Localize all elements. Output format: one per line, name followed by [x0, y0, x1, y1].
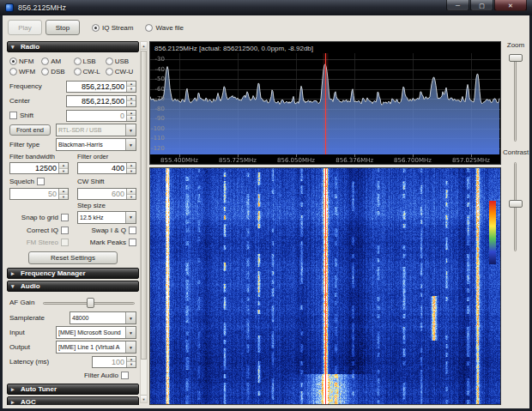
squelch-input[interactable]: 50 — [9, 188, 69, 200]
chevron-down-icon[interactable] — [125, 139, 136, 150]
mode-usb[interactable]: USB — [106, 57, 137, 65]
front-end-button[interactable]: Front end — [9, 124, 51, 136]
af-gain-slider[interactable] — [41, 296, 136, 310]
auto-tuner-panel-header[interactable]: Auto Tuner — [7, 384, 139, 395]
control-sidebar: Radio NFM AM LSB USB WFM DSB CW-L CW-U F… — [7, 41, 139, 405]
scrollbar-thumb[interactable] — [141, 51, 147, 360]
radio-dot-icon — [41, 57, 49, 65]
spinner-down-icon[interactable] — [127, 101, 136, 106]
spinner-down-icon[interactable] — [127, 169, 136, 174]
window-title: 856.2125MHz — [18, 3, 66, 12]
wave-file-radio[interactable]: Wave file — [145, 24, 184, 32]
frequency-manager-title: Frequency Manager — [21, 269, 86, 277]
shift-checkbox[interactable] — [9, 112, 17, 119]
contrast-label: Contrast — [503, 148, 529, 158]
minimize-icon: ─ — [456, 3, 460, 9]
chevron-down-icon[interactable] — [125, 312, 136, 323]
spectrum-display[interactable]: 856.2125MHz [actual: 856212500, 0.0ppm, … — [149, 41, 501, 165]
mode-cwu[interactable]: CW-U — [106, 68, 137, 76]
zoom-slider[interactable] — [503, 52, 529, 143]
contrast-slider[interactable] — [503, 160, 529, 253]
stop-button[interactable]: Stop — [45, 20, 80, 35]
mode-nfm[interactable]: NFM — [9, 57, 41, 65]
snap-to-grid-checkbox[interactable] — [61, 214, 69, 221]
mode-wfm[interactable]: WFM — [9, 68, 41, 76]
radio-dot-icon — [74, 57, 82, 65]
spectrum-header-text: 856.2125MHz [actual: 856212500, 0.0ppm, … — [150, 42, 500, 53]
audio-panel-header[interactable]: Audio — [7, 281, 139, 292]
titlebar[interactable]: 856.2125MHz ─ ▢ ✕ — [0, 0, 532, 15]
spinner-down-icon[interactable] — [127, 116, 136, 121]
maximize-button[interactable]: ▢ — [470, 0, 493, 11]
radio-dot-icon — [9, 68, 17, 76]
radio-dot-icon — [106, 68, 113, 76]
filter-type-label: Filter type — [9, 141, 39, 148]
spinner-down-icon[interactable] — [127, 362, 136, 367]
mode-dsb[interactable]: DSB — [41, 68, 73, 76]
audio-output-label: Output — [9, 343, 30, 351]
scroll-down-icon[interactable] — [141, 395, 147, 402]
mode-am[interactable]: AM — [41, 57, 73, 65]
display-controls: Zoom Contrast — [503, 41, 529, 405]
shift-input[interactable]: 0 — [66, 110, 136, 122]
center-label: Center — [9, 97, 30, 105]
af-gain-slider-thumb[interactable] — [87, 298, 94, 308]
samplerate-select[interactable]: 48000 — [70, 311, 136, 324]
reset-settings-button[interactable]: Reset Settings — [28, 251, 118, 264]
spinner-down-icon[interactable] — [59, 169, 68, 174]
filter-bandwidth-input[interactable]: 12500 — [9, 162, 69, 174]
chevron-down-icon[interactable] — [125, 341, 136, 353]
contrast-slider-thumb[interactable] — [509, 200, 523, 208]
radio-panel-header[interactable]: Radio — [7, 41, 139, 52]
latency-label: Latency (ms) — [9, 358, 49, 366]
cw-shift-input[interactable]: 600 — [77, 188, 136, 200]
swap-iq-label: Swap I & Q — [92, 227, 126, 234]
sidebar-scrollbar[interactable] — [140, 41, 148, 403]
audio-input-select[interactable]: [MME] Microsoft Sound — [56, 326, 136, 339]
chevron-down-icon[interactable] — [125, 212, 136, 223]
toolbar: Play Stop IQ Stream Wave file — [8, 19, 184, 36]
minimize-button[interactable]: ─ — [446, 0, 469, 11]
squelch-checkbox[interactable] — [37, 178, 45, 185]
audio-output-select[interactable]: [MME] Line 1 (Virtual A — [56, 341, 136, 354]
scroll-up-icon[interactable] — [141, 42, 147, 50]
app-icon — [5, 3, 14, 12]
filter-type-select[interactable]: Blackman-Harris — [56, 138, 136, 151]
mark-peaks-checkbox[interactable] — [129, 239, 136, 246]
latency-input[interactable]: 100 — [92, 356, 136, 368]
mode-lsb[interactable]: LSB — [74, 57, 106, 65]
frequency-input[interactable]: 856,212,500 — [66, 81, 136, 93]
spinner-down-icon[interactable] — [127, 195, 136, 200]
radio-dot-icon — [92, 24, 100, 32]
frequency-manager-panel-header[interactable]: Frequency Manager — [7, 268, 139, 279]
zoom-label: Zoom — [503, 41, 529, 51]
chevron-down-icon[interactable] — [125, 124, 136, 136]
step-size-select[interactable]: 12.5 kHz — [77, 211, 136, 224]
audio-input-label: Input — [9, 329, 25, 336]
mode-cwl[interactable]: CW-L — [74, 68, 106, 76]
filter-order-input[interactable]: 400 — [77, 162, 136, 174]
agc-panel-header[interactable]: AGC — [7, 396, 139, 405]
frequency-label: Frequency — [9, 82, 42, 90]
collapse-icon — [11, 386, 17, 392]
iq-stream-radio[interactable]: IQ Stream — [92, 24, 133, 32]
swap-iq-checkbox[interactable] — [129, 227, 136, 234]
slider-track — [514, 54, 517, 142]
squelch-label: Squelch — [9, 178, 34, 185]
front-end-select[interactable]: RTL-SDR / USB — [56, 124, 136, 136]
filter-audio-checkbox[interactable] — [121, 372, 129, 379]
zoom-slider-thumb[interactable] — [509, 54, 523, 62]
fm-stereo-checkbox[interactable] — [61, 239, 69, 246]
spinner-down-icon[interactable] — [59, 195, 68, 200]
close-button[interactable]: ✕ — [494, 0, 527, 11]
play-button[interactable]: Play — [8, 20, 42, 35]
waterfall-display[interactable] — [149, 167, 501, 405]
correct-iq-checkbox[interactable] — [61, 227, 69, 234]
center-input[interactable]: 856,212,500 — [66, 95, 136, 107]
spinner-down-icon[interactable] — [127, 87, 136, 92]
audio-panel-title: Audio — [21, 282, 40, 290]
chevron-down-icon[interactable] — [125, 327, 136, 338]
client-area: Play Stop IQ Stream Wave file Radio NFM … — [3, 15, 529, 408]
spectrum-canvas[interactable] — [150, 53, 500, 164]
waterfall-canvas[interactable] — [150, 168, 500, 404]
